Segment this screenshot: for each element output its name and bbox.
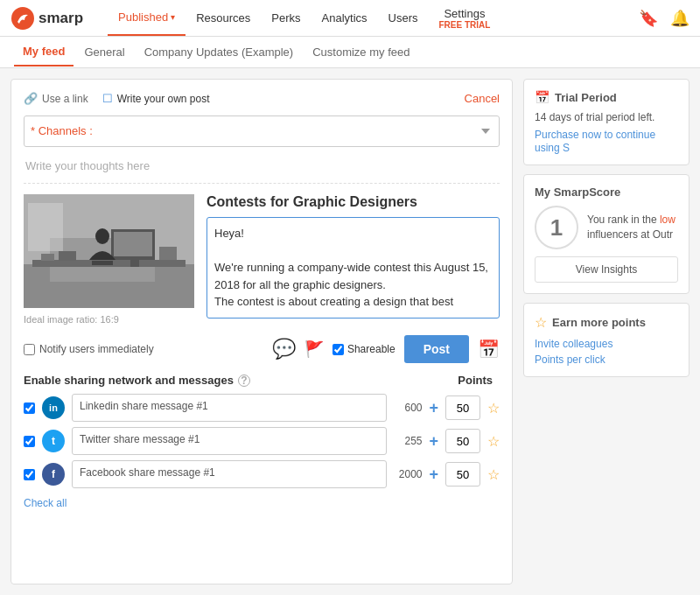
linkedin-char-count: 600	[394, 402, 422, 414]
link-icon: 🔗	[24, 92, 38, 105]
facebook-char-count: 2000	[394, 468, 422, 480]
write-icon: ☐	[102, 92, 113, 105]
cancel-button[interactable]: Cancel	[465, 92, 500, 105]
preview-title: Contests for Graphic Designers	[206, 194, 500, 210]
earn-star-icon: ☆	[535, 314, 547, 331]
sub-nav-company-updates[interactable]: Company Updates (Example)	[136, 38, 303, 66]
view-insights-button[interactable]: View Insights	[535, 256, 678, 283]
purchase-link[interactable]: Purchase now to continue using S	[535, 129, 655, 154]
channels-row: * Channels :	[24, 116, 500, 147]
check-all-link[interactable]: Check all	[24, 497, 66, 509]
right-panel: 📅 Trial Period 14 days of trial period l…	[523, 79, 690, 584]
top-nav: smarp Published ▾ Resources Perks Analyt…	[0, 0, 700, 37]
svg-rect-10	[28, 203, 63, 251]
logo-text: smarp	[38, 10, 83, 27]
nav-link-users[interactable]: Users	[378, 1, 429, 35]
main-content-panel: 🔗 Use a link ☐ Write your own post Cance…	[10, 79, 513, 584]
points-label: Points	[458, 374, 500, 387]
score-rank-text: You rank in the low influencers at Outr	[587, 213, 678, 242]
logo-bird-icon	[10, 6, 35, 31]
published-dropdown-icon: ▾	[171, 12, 175, 22]
facebook-star-icon[interactable]: ☆	[487, 466, 500, 483]
preview-image-container: Ideal image ratio: 16:9	[24, 194, 194, 325]
sub-nav-customize[interactable]: Customize my feed	[304, 38, 418, 66]
notify-immediately-checkbox-label[interactable]: Notify users immediately	[24, 343, 154, 355]
bell-icon[interactable]: 🔔	[670, 9, 690, 28]
sharing-title: Enable sharing network and messages ?	[24, 374, 250, 387]
linkedin-message-input[interactable]: Linkedin share message #1	[72, 394, 387, 422]
sub-nav: My feed General Company Updates (Example…	[0, 37, 700, 68]
svg-rect-6	[114, 232, 152, 256]
shareable-checkbox-label[interactable]: Shareable	[332, 343, 396, 355]
help-icon[interactable]: ?	[238, 374, 250, 387]
bookmark-icon[interactable]: 🔖	[639, 9, 658, 28]
smarpscore-widget: My SmarpScore 1 You rank in the low infl…	[523, 174, 690, 294]
sub-nav-my-feed[interactable]: My feed	[14, 38, 74, 66]
twitter-star-icon[interactable]: ☆	[487, 433, 500, 450]
nav-link-settings[interactable]: Settings FREE TRIAL	[429, 0, 501, 37]
facebook-points-input[interactable]	[445, 462, 480, 486]
thoughts-area[interactable]: Write your thoughts here	[24, 154, 500, 184]
linkedin-checkbox[interactable]	[24, 402, 35, 414]
twitter-icon: t	[42, 430, 65, 452]
twitter-char-count: 255	[394, 435, 422, 447]
svg-rect-13	[159, 247, 177, 260]
comment-icon[interactable]: 💬	[272, 338, 296, 360]
notify-immediately-checkbox[interactable]	[24, 344, 35, 355]
flag-icon[interactable]: 🚩	[304, 340, 324, 359]
linkedin-points-input[interactable]	[445, 396, 480, 420]
nav-link-resources[interactable]: Resources	[186, 1, 261, 35]
twitter-checkbox[interactable]	[24, 436, 35, 447]
nav-link-published[interactable]: Published ▾	[108, 0, 186, 36]
post-bar: Notify users immediately 💬 🚩 Shareable P…	[24, 333, 500, 363]
write-post-option[interactable]: ☐ Write your own post	[102, 92, 210, 105]
shareable-checkbox[interactable]	[332, 344, 344, 355]
facebook-checkbox[interactable]	[24, 469, 35, 480]
svg-rect-7	[130, 260, 139, 267]
preview-body[interactable]: Heya! We're running a company-wide conte…	[206, 217, 500, 318]
calendar-widget-icon: 📅	[535, 90, 550, 104]
linkedin-star-icon[interactable]: ☆	[487, 400, 500, 416]
write-options-bar: 🔗 Use a link ☐ Write your own post Cance…	[24, 92, 500, 105]
nav-link-perks[interactable]: Perks	[261, 1, 311, 35]
use-link-option[interactable]: 🔗 Use a link	[24, 92, 88, 105]
twitter-add-icon[interactable]: +	[429, 432, 438, 451]
facebook-sharing-row: f Facebook share message #1 2000 + ☆	[24, 460, 500, 488]
preview-image	[24, 194, 194, 308]
preview-text-container: Contests for Graphic Designers Heya! We'…	[206, 194, 500, 325]
score-widget-title: My SmarpScore	[535, 186, 620, 199]
points-per-click-link[interactable]: Points per click	[535, 354, 678, 366]
facebook-add-icon[interactable]: +	[429, 466, 438, 484]
twitter-points-input[interactable]	[445, 429, 480, 453]
linkedin-icon: in	[42, 396, 65, 419]
facebook-message-input[interactable]: Facebook share message #1	[72, 460, 387, 488]
linkedin-add-icon[interactable]: +	[429, 399, 438, 417]
twitter-sharing-row: t Twitter share message #1 255 + ☆	[24, 427, 500, 455]
logo: smarp	[10, 6, 83, 31]
svg-rect-9	[92, 261, 113, 265]
calendar-icon[interactable]: 📅	[478, 339, 500, 360]
earn-title: Earn more points	[552, 316, 646, 329]
earn-points-widget: ☆ Earn more points Invite colleagues Poi…	[523, 303, 690, 377]
svg-point-8	[95, 228, 109, 244]
post-button[interactable]: Post	[404, 335, 469, 363]
nav-link-analytics[interactable]: Analytics	[312, 1, 378, 35]
sub-nav-general[interactable]: General	[75, 38, 133, 66]
trial-days-text: 14 days of trial period left.	[535, 111, 678, 123]
free-trial-badge: FREE TRIAL	[439, 20, 491, 30]
channels-select[interactable]	[24, 116, 500, 147]
score-number: 1	[535, 206, 578, 249]
trial-period-widget: 📅 Trial Period 14 days of trial period l…	[523, 79, 690, 165]
facebook-icon: f	[42, 463, 65, 486]
invite-colleagues-link[interactable]: Invite colleagues	[535, 338, 678, 350]
twitter-message-input[interactable]: Twitter share message #1	[72, 427, 387, 455]
content-preview: Ideal image ratio: 16:9 Contests for Gra…	[24, 194, 500, 325]
svg-rect-11	[41, 254, 54, 261]
svg-rect-12	[59, 251, 76, 261]
linkedin-sharing-row: in Linkedin share message #1 600 + ☆	[24, 394, 500, 422]
image-ratio-label: Ideal image ratio: 16:9	[24, 314, 194, 325]
sharing-section: Enable sharing network and messages ? Po…	[24, 374, 500, 509]
